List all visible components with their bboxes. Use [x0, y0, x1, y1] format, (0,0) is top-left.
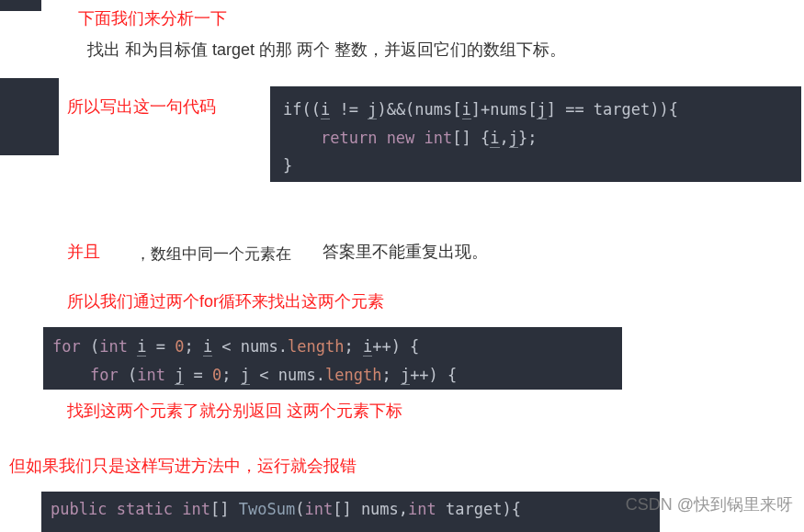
found-return-label: 找到这两个元素了就分别返回 这两个元素下标: [67, 400, 402, 422]
but-error-label: 但如果我们只是这样写进方法中，运行就会报错: [9, 455, 357, 477]
code-block-for-loops: for (int i = 0; i < nums.length; i++) { …: [43, 327, 622, 390]
code-line: return new int[] {i,j};: [283, 129, 538, 148]
code-line: public static int[] TwoSum(int[] nums,in…: [51, 500, 521, 518]
answer-no-repeat: 答案里不能重复出现。: [323, 241, 488, 263]
problem-description: 找出 和为目标值 target 的那 两个 整数，并返回它们的数组下标。: [87, 39, 566, 61]
analysis-intro: 下面我们来分析一下: [78, 7, 227, 29]
csdn-watermark: CSDN @快到锅里来呀: [626, 493, 793, 515]
left-dark-fragment-top: [0, 0, 41, 11]
and-label: 并且: [67, 241, 100, 263]
so-write-code-label: 所以写出这一句代码: [67, 96, 216, 118]
so-two-for-label: 所以我们通过两个for循环来找出这两个元素: [67, 290, 384, 312]
left-dark-fragment-mid: [0, 78, 59, 155]
code-line: for (int j = 0; j < nums.length; j++) {: [52, 366, 457, 385]
same-element-text: ，数组中同一个元素在: [135, 243, 291, 265]
code-line: }: [283, 156, 292, 175]
code-line: if((i != j)&&(nums[i]+nums[j] == target)…: [283, 100, 678, 119]
code-line: for (int i = 0; i < nums.length; i++) {: [52, 337, 419, 357]
code-block-if-return: if((i != j)&&(nums[i]+nums[j] == target)…: [270, 86, 801, 182]
code-block-method-sig: public static int[] TwoSum(int[] nums,in…: [41, 492, 660, 532]
